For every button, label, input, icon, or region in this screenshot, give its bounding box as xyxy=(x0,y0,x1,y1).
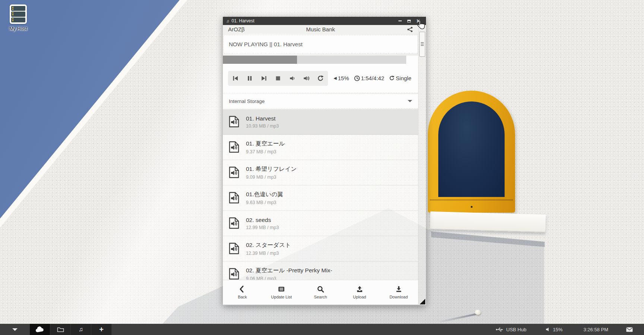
track-row[interactable]: 01. Harvest 10.93 MB / mp3 xyxy=(223,109,418,135)
envelope-icon xyxy=(626,327,633,332)
previous-icon[interactable] xyxy=(232,75,239,82)
time-indicator: 1:54/4:42 xyxy=(354,75,385,81)
download-button[interactable]: Download xyxy=(379,280,418,304)
now-playing-banner: NOW PLAYING || 01. Harvest xyxy=(224,35,417,53)
usb-icon xyxy=(496,327,503,332)
playback-button-group xyxy=(228,71,328,86)
scrollbar-track[interactable] xyxy=(418,25,426,305)
track-row[interactable]: 01. 希望リフレイン 9.09 MB / mp3 xyxy=(223,160,418,185)
upload-icon xyxy=(356,285,364,293)
play-mode-value: Single xyxy=(396,75,411,81)
track-title: 01. 希望リフレイン xyxy=(246,165,297,173)
audio-file-icon xyxy=(229,217,240,230)
audio-file-icon xyxy=(229,166,240,179)
audio-file-icon xyxy=(229,242,240,255)
track-list: 01. Harvest 10.93 MB / mp3 01. 夏空エール 9.3… xyxy=(223,109,418,280)
update-list-button[interactable]: Update List xyxy=(262,280,301,304)
update-list-icon xyxy=(277,285,285,293)
music-note-icon: ♫ xyxy=(226,19,229,23)
cloud-icon xyxy=(35,326,45,333)
next-icon[interactable] xyxy=(261,75,267,82)
progress-row xyxy=(223,56,418,64)
desktop-icon-my-host[interactable]: My Host xyxy=(4,4,33,31)
track-meta: 10.93 MB / mp3 xyxy=(246,123,279,129)
audio-file-icon xyxy=(229,268,240,280)
taskbar-tile-add[interactable]: + xyxy=(91,324,112,335)
seek-bar[interactable] xyxy=(223,56,406,64)
system-volume-value: 15% xyxy=(553,327,562,332)
system-volume-status[interactable]: 15% xyxy=(546,327,562,332)
wall-pipe xyxy=(475,310,481,315)
taskbar-menu-button[interactable] xyxy=(0,324,30,335)
messages-button[interactable] xyxy=(626,327,633,332)
track-row[interactable]: 02. 夏空エール -Pretty Perky Mix- 9.06 MB / m… xyxy=(223,262,418,280)
track-meta: 9.09 MB / mp3 xyxy=(246,175,297,180)
volume-up-icon[interactable] xyxy=(303,75,310,82)
upload-button[interactable]: Upload xyxy=(340,280,379,304)
taskbar-tile-cloud[interactable] xyxy=(30,324,50,335)
folder-icon xyxy=(57,327,64,332)
minimize-icon[interactable] xyxy=(398,21,402,21)
repeat-icon xyxy=(389,75,395,81)
track-meta: 12.39 MB / mp3 xyxy=(246,251,291,256)
play-mode-toggle[interactable]: Single xyxy=(389,75,411,81)
taskbar: ♫ + USB Hub 15% 3:26:58 PM xyxy=(0,324,644,335)
track-row[interactable]: 01.色違いの翼 9.63 MB / mp3 xyxy=(223,185,418,211)
repeat-icon[interactable] xyxy=(317,75,324,82)
storage-selector[interactable]: Internal Storage xyxy=(223,94,418,108)
clock-icon xyxy=(354,75,360,81)
chevron-down-icon xyxy=(408,100,412,102)
clock: 3:26:58 PM xyxy=(584,327,609,332)
track-row[interactable]: 02. seeds 12.99 MB / mp3 xyxy=(223,211,418,236)
stop-icon[interactable] xyxy=(275,75,281,82)
chevron-down-icon xyxy=(12,328,18,331)
maximize-icon[interactable] xyxy=(407,20,411,22)
volume-down-icon[interactable] xyxy=(289,75,296,82)
speaker-icon: ◀ xyxy=(334,76,337,80)
taskbar-tile-music[interactable]: ♫ xyxy=(71,324,91,335)
track-title: 02. 夏空エール -Pretty Perky Mix- xyxy=(246,267,332,275)
window-titlebar[interactable]: ♫ 01. Harvest ✕ xyxy=(223,17,426,25)
track-meta: 9.37 MB / mp3 xyxy=(246,149,285,154)
usb-hub-status[interactable]: USB Hub xyxy=(496,327,526,332)
speaker-icon xyxy=(546,327,550,332)
share-icon[interactable] xyxy=(407,26,413,32)
scrollbar-thumb[interactable] xyxy=(419,32,425,57)
server-icon xyxy=(10,4,27,24)
taskbar-tile-files[interactable] xyxy=(50,324,71,335)
player-controls: ◀15% 1:54/4:42 Single xyxy=(223,64,418,93)
pause-icon[interactable] xyxy=(246,75,253,82)
close-icon[interactable]: ✕ xyxy=(416,19,420,24)
back-button[interactable]: Back xyxy=(223,280,262,304)
resize-handle[interactable] xyxy=(420,299,425,304)
page-title: Music Bank xyxy=(223,26,418,32)
window-glass xyxy=(438,101,505,197)
track-meta: 12.99 MB / mp3 xyxy=(246,225,279,230)
music-icon: ♫ xyxy=(79,326,83,332)
track-meta: 9.63 MB / mp3 xyxy=(246,200,283,205)
search-icon xyxy=(316,285,325,293)
search-button[interactable]: Search xyxy=(301,280,340,304)
audio-file-icon xyxy=(229,141,240,154)
storage-selector-value: Internal Storage xyxy=(229,98,265,104)
track-title: 02. seeds xyxy=(246,217,279,223)
scrollbar-grip xyxy=(421,44,424,44)
desktop-icon-label: My Host xyxy=(4,26,33,31)
track-row[interactable]: 01. 夏空エール 9.37 MB / mp3 xyxy=(223,135,418,160)
track-title: 01. 夏空エール xyxy=(246,140,285,148)
audio-file-icon xyxy=(229,116,240,128)
now-playing-text: NOW PLAYING || 01. Harvest xyxy=(229,41,303,47)
app-header: ArOZβ Music Bank xyxy=(223,25,418,34)
window-ledge xyxy=(430,212,546,233)
back-icon xyxy=(238,285,246,293)
audio-file-icon xyxy=(229,192,240,204)
plus-icon: + xyxy=(99,326,104,333)
track-row[interactable]: 02. スターダスト 12.39 MB / mp3 xyxy=(223,236,418,262)
brand-label: ArOZβ xyxy=(228,26,244,32)
music-player-window: ♫ 01. Harvest ✕ ArOZβ Music Bank xyxy=(223,17,426,305)
progress-fill xyxy=(223,56,297,64)
track-meta: 9.06 MB / mp3 xyxy=(246,276,332,280)
bottom-toolbar: Back Update List Search Upload Download xyxy=(223,280,418,304)
clock-value: 3:26:58 PM xyxy=(584,327,609,332)
window-title: 01. Harvest xyxy=(231,18,398,24)
